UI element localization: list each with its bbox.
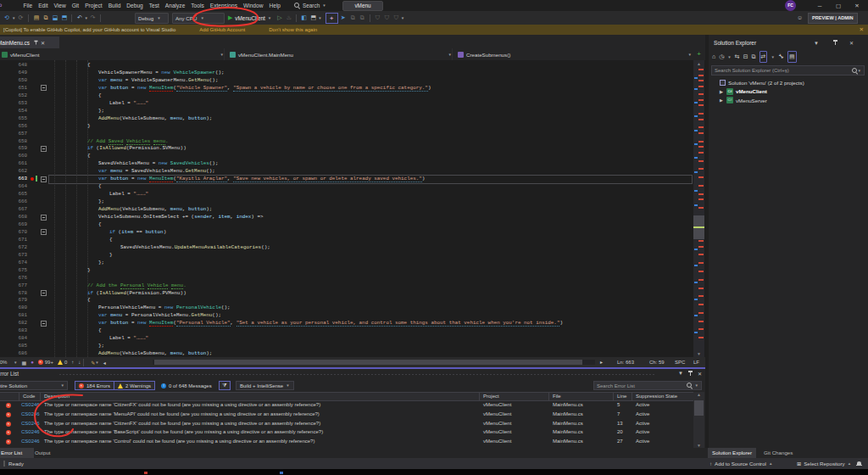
prev-issue-icon[interactable]: ↑ [71, 360, 74, 365]
paste-icon[interactable]: ⧉ [358, 11, 367, 25]
editor-vertical-scrollbar[interactable]: ▲ ▼ [693, 60, 704, 357]
pending-changes-icon[interactable]: ◷ [719, 52, 724, 62]
scroll-up-icon[interactable]: ▲ [693, 61, 704, 66]
code-cleanup-icon[interactable]: ● [31, 360, 34, 365]
home-icon[interactable]: ⌂ [712, 52, 715, 62]
close-icon[interactable]: ✕ [849, 40, 854, 46]
column-header-file[interactable]: File [553, 393, 561, 400]
scrollbar-thumb[interactable] [694, 400, 704, 416]
fold-collapse-icon[interactable] [41, 321, 47, 327]
warnings-filter-button[interactable]: 2 Warnings [114, 381, 155, 390]
window-position-icon[interactable]: ▼ [814, 41, 819, 46]
select-repository-button[interactable]: ⊞ Select Repository ▲ [797, 458, 851, 469]
start-debugging-button[interactable]: ▶ vMenuClient ▼ [225, 13, 275, 23]
column-header-project[interactable]: Project [483, 393, 499, 400]
menu-window[interactable]: Window [241, 3, 266, 8]
breadcrumb-project[interactable]: vMenuClient ▼ [0, 48, 225, 60]
hot-reload-icon[interactable]: ♨ [284, 11, 293, 25]
copy-icon[interactable]: ⧉ [348, 11, 358, 25]
error-row-2[interactable]: CS0246The type or namespace name 'MenuAP… [0, 411, 693, 420]
fold-collapse-icon[interactable] [41, 176, 47, 182]
undo-icon[interactable]: ↶ [75, 11, 84, 25]
menu-edit[interactable]: Edit [36, 3, 51, 8]
scope-dropdown[interactable]: Entire Solution ▼ [0, 381, 68, 390]
tree-item-solution-vmenu-2-of-2-projects[interactable]: Solution 'vMenu' (2 of 2 projects) [709, 78, 868, 87]
menu-tools[interactable]: Tools [188, 3, 207, 8]
redo-icon[interactable]: ↷ [88, 11, 97, 25]
breakpoint-icon[interactable] [31, 177, 34, 181]
column-header-code[interactable]: Code [23, 393, 35, 400]
menu-test[interactable]: Test [146, 3, 162, 8]
fold-collapse-icon[interactable] [41, 146, 47, 152]
fold-collapse-icon[interactable] [41, 229, 47, 235]
open-file-icon[interactable]: ⧉ [41, 11, 50, 25]
scroll-down-icon[interactable]: ▼ [693, 351, 704, 356]
tree-item-vmenuserver[interactable]: ▶C#vMenuServer [709, 96, 868, 105]
navigate-backward-icon[interactable]: ⟲ [2, 11, 12, 25]
tab-output[interactable]: Output [31, 448, 55, 458]
breadcrumb-class[interactable]: vMenuClient.MainMenu ▼ [225, 48, 453, 60]
tab-solution-explorer[interactable]: Solution Explorer [708, 448, 756, 458]
error-list-search-input[interactable]: Search Error List ▼ [593, 381, 702, 390]
error-row-4[interactable]: CS0246The type or namespace name 'BaseSc… [0, 428, 693, 438]
filter-icon[interactable]: ⧩ [219, 381, 231, 390]
menu-help[interactable]: Help [266, 3, 284, 8]
expand-arrow-icon[interactable]: ▶ [719, 98, 724, 103]
close-button[interactable]: ✕ [849, 0, 865, 11]
tab-git-changes[interactable]: Git Changes [760, 448, 797, 458]
collapse-all-icon[interactable]: ⊟ [743, 52, 748, 62]
errors-filter-button[interactable]: 184 Errors [75, 381, 114, 390]
user-avatar[interactable]: FC [785, 0, 796, 11]
pin-icon[interactable] [687, 371, 693, 377]
add-to-source-control-button[interactable]: ↑ Add to Source Control ▲ [709, 458, 772, 469]
warning-count-badge[interactable]: 0 [58, 360, 67, 365]
maximize-button[interactable]: ▢ [831, 0, 846, 11]
solution-name-box[interactable]: vMenu [342, 1, 383, 11]
menu-view[interactable]: View [51, 3, 69, 8]
notifications-bell-icon[interactable] [856, 458, 862, 469]
save-icon[interactable]: ⬓ [50, 11, 59, 25]
wrench-icon[interactable]: 🔧︎ [778, 52, 784, 62]
error-row-1[interactable]: CS0246The type or namespace name 'Citize… [0, 401, 693, 411]
error-list-scrollbar[interactable]: ▲ ▼ [693, 392, 704, 448]
comment-icon[interactable]: ◧ [299, 11, 309, 25]
minimize-button[interactable]: ─ [812, 0, 827, 11]
next-issue-icon[interactable]: ↓ [78, 360, 81, 365]
expand-icon[interactable]: ▸ [600, 357, 603, 367]
bookmark-icon[interactable]: ⛉ [373, 11, 382, 25]
error-row-3[interactable]: CS0246The type or namespace name 'Citize… [0, 420, 693, 429]
save-all-icon[interactable]: ⬒ [59, 11, 69, 25]
select-pointer-icon[interactable]: ➤ [338, 11, 348, 25]
scroll-left-icon[interactable]: ◂ [103, 360, 106, 366]
add-github-account-link[interactable]: Add GitHub Account [199, 27, 245, 32]
menu-extensions[interactable]: Extensions [207, 3, 240, 8]
dont-show-again-link[interactable]: Don't show this again [269, 27, 317, 32]
menu-project[interactable]: Project [82, 3, 106, 8]
error-row-5[interactable]: CS0246The type or namespace name 'Contro… [0, 438, 693, 447]
column-header-line[interactable]: Line [617, 393, 626, 400]
zoom-level-dropdown[interactable]: 100% [0, 360, 14, 365]
show-all-files-icon[interactable]: ▤ [787, 51, 797, 63]
tree-item-vmenuclient[interactable]: ▶C#vMenuClient [709, 87, 868, 97]
health-indicator-icon[interactable]: ▦ [21, 360, 26, 366]
debug-configuration-dropdown[interactable]: Debug▼ [135, 13, 169, 24]
expand-arrow-icon[interactable]: ▶ [719, 89, 724, 94]
switch-views-icon[interactable]: ⇆ [735, 52, 740, 62]
attach-process-icon[interactable]: ▷ [275, 11, 284, 25]
scrollbar-thumb[interactable] [154, 360, 582, 365]
preview-window-icon[interactable]: ⬒ [309, 11, 318, 25]
bookmark-prev-icon[interactable]: ⛉ [382, 11, 392, 25]
toolbar-overflow[interactable]: ▼ [401, 16, 404, 20]
intellicode-icon[interactable]: ✦ [326, 13, 338, 24]
column-header-description[interactable]: Description [44, 393, 70, 400]
close-icon[interactable]: ✕ [41, 40, 45, 46]
tab-error-list[interactable]: Error List [0, 448, 34, 458]
new-project-icon[interactable]: ▤ [31, 11, 41, 25]
menu-file[interactable]: File [20, 3, 36, 8]
bookmark-next-icon[interactable]: ⛉ [392, 11, 401, 25]
pin-icon[interactable] [832, 40, 838, 46]
pin-icon[interactable] [34, 40, 39, 45]
error-list-column-headers[interactable]: CodeDescriptionProjectFileLineSuppressio… [0, 392, 693, 401]
menu-build[interactable]: Build [105, 3, 124, 8]
spaces-indicator[interactable]: SPC [675, 357, 685, 367]
